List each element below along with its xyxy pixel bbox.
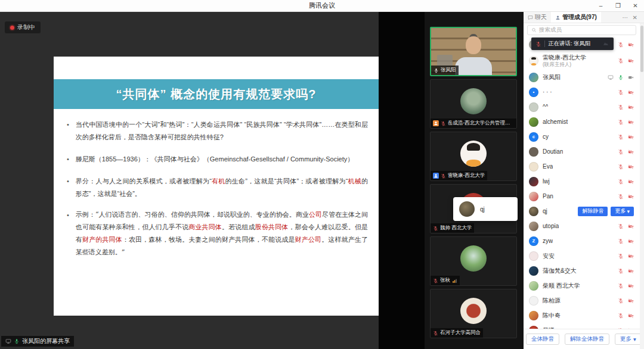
footer-more-button[interactable]: 更多▾ [615,334,642,345]
video-thumbnail[interactable]: 张凤阳 [430,27,517,76]
member-row[interactable]: ccy [524,129,640,144]
member-name: 安安 [543,253,555,260]
panel-tabs: 聊天 管理成员(97) ⋯ ✕ [524,12,644,23]
signal-bars-icon [452,278,457,283]
video-thumbnail[interactable]: 雷晓康-西北大学 [430,132,517,181]
member-row[interactable]: 张凤阳 [524,70,640,85]
search-placeholder: 搜索成员 [539,26,562,34]
tab-members[interactable]: 管理成员(97) [551,12,601,23]
cam-off-icon [628,268,634,274]
slide-bullets: •当代中国语境中的一个“大词”和“热词”：“人类命运共同体” “民族共同体” “… [67,119,368,269]
mic-off-icon [618,253,624,259]
cam-off-icon [628,238,634,244]
unmute-button[interactable]: 解除静音 [578,207,608,216]
member-row[interactable]: 蒲伽梵&交大 [524,263,640,278]
tab-chat[interactable]: 聊天 [524,12,551,23]
cam-off-icon [628,179,634,185]
mic-muted-icon [441,173,446,179]
caret-down-icon: ▾ [627,208,630,214]
highlighted-term: 机械 [348,177,361,185]
video-thumbnail[interactable]: 石河子大学高同合 [430,289,517,338]
participant-name: 岳成浩-西北大学公共管理学院 [448,120,514,127]
cam-off-icon [628,313,634,319]
tencent-meeting-window: 腾讯会议 – ❐ ✕ 录制中 “共同体” 概念的使用有规范要求吗? •当代中国语… [0,0,644,349]
cam-off-icon [628,164,634,170]
member-list: 雷晓康-西北大学(联席主持人)张凤阳•· · ·^^alchemistccyDo… [524,37,640,329]
bullet-item: •当代中国语境中的一个“大词”和“热词”：“人类命运共同体” “民族共同体” “… [67,119,368,144]
panel-close-button[interactable]: ✕ [633,14,637,21]
mute-all-button[interactable]: 全体静音 [526,334,559,345]
member-row[interactable]: alchemist [524,114,640,129]
member-avatar [529,117,538,127]
member-search-input[interactable]: 搜索成员 [527,25,636,35]
member-row[interactable]: ^^ [524,99,640,114]
chat-bubble-icon [528,15,533,20]
member-row[interactable]: qj解除静音更多▾ [524,204,640,219]
bullet-marker: • [67,209,69,259]
scrollbar-thumb[interactable] [640,26,643,72]
thumbnail-name-label: 石河子大学高同合 [431,328,483,338]
video-thumbnail[interactable]: 张秋 [430,236,517,286]
person-badge-orange-icon [433,120,439,126]
member-row[interactable]: Doutian [524,144,640,159]
thumbnail-name-label: 岳成浩-西北大学公共管理学院 [431,119,516,128]
member-name: 陈柏源 [543,297,561,304]
recording-label: 录制中 [17,23,35,32]
member-row[interactable]: Eva [524,159,640,174]
cam-off-icon [628,89,634,95]
member-row[interactable]: lwj [524,174,640,189]
member-row[interactable]: Pan [524,189,640,204]
member-row[interactable]: utopia [524,219,640,233]
mic-off-icon [618,164,624,170]
bullet-marker: • [67,119,69,144]
member-name: zyw [543,238,553,245]
speaking-text: 正在讲话: 张凤阳 [548,40,591,48]
bullet-text: 当代中国语境中的一个“大词”和“热词”：“人类命运共同体” “民族共同体” “学… [76,119,368,144]
member-avatar [529,207,538,216]
mic-off-icon [618,134,624,140]
member-row[interactable]: 安安 [524,248,640,263]
thumbnail-name-label: 雷晓康-西北大学 [431,171,487,180]
highlighted-term: 商业共同体 [188,223,222,231]
member-row[interactable]: 柴顺 西北大学 [524,278,640,293]
participant-name: 石河子大学高同合 [440,329,481,336]
member-avatar [529,177,538,186]
window-controls: – ❐ ✕ [592,0,644,11]
screen-share-icon [5,338,11,344]
member-row[interactable]: 雷晓康-西北大学(联席主持人) [524,52,640,70]
member-role: (联席主持人) [543,61,586,67]
cam-off-icon [628,134,634,140]
title-bar: 腾讯会议 – ❐ ✕ [0,0,644,12]
member-avatar [529,311,538,320]
member-row[interactable]: 晨曦 [524,323,640,329]
member-name: utopia [543,223,559,230]
member-row[interactable]: Zzyw [524,233,640,248]
recording-badge[interactable]: 录制中 [5,21,41,33]
video-thumbnail[interactable]: 岳成浩-西北大学公共管理学院 [430,79,517,129]
cam-off-icon [628,283,634,289]
member-name: · · · [543,89,552,96]
member-avatar [529,192,538,201]
close-window-button[interactable]: ✕ [627,0,644,11]
member-avatar [529,102,538,112]
mic-off-icon [618,194,624,200]
member-row[interactable]: 陈柏源 [524,293,640,308]
scrollbar[interactable] [640,23,644,349]
maximize-button[interactable]: ❐ [609,0,627,11]
row-more-button[interactable]: 更多▾ [611,207,634,216]
speaking-toast: 正在讲话: 张凤阳 [531,38,614,50]
member-row[interactable]: •· · · [524,85,640,99]
shared-slide: “共同体” 概念的使用有规范要求吗? •当代中国语境中的一个“大词”和“热词”：… [54,57,379,316]
cam-off-icon [628,119,634,125]
unmute-all-button[interactable]: 解除全体静音 [565,334,609,345]
member-row[interactable]: 陈中奇 [524,308,640,323]
mic-muted-icon [441,121,446,126]
participant-avatar [460,298,487,324]
mic-off-icon [618,119,624,125]
participant-avatar [459,201,475,217]
panel-more-button[interactable]: ⋯ [623,14,628,21]
minimize-button[interactable]: – [592,0,609,11]
cam-off-icon [628,298,634,304]
divider [544,40,545,47]
person-badge-blue-icon [433,173,439,179]
